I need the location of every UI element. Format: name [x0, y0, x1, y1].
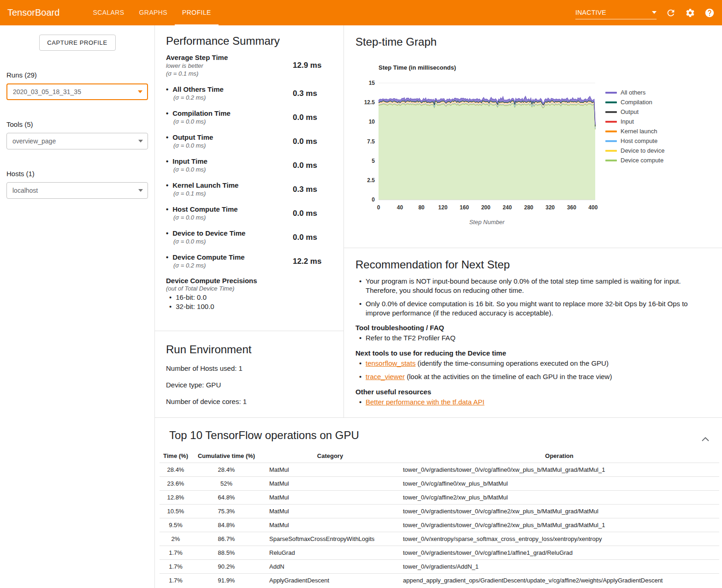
- metric-sigma: (σ = 0.0 ms): [166, 166, 293, 173]
- cell-operation: tower_0/v/gradients/tower_0/v/cg/affine2…: [399, 518, 719, 532]
- recommendation-bullet: Only 0.0% of device computation is 16 bi…: [366, 299, 702, 317]
- performance-summary-title: Performance Summary: [166, 35, 325, 48]
- table-row: 2% 86.7% SparseSoftmaxCrossEntropyWithLo…: [160, 532, 719, 546]
- app-title: TensorBoard: [7, 7, 59, 18]
- table-header-row: Time (%) Cumulative time (%) Category Op…: [160, 449, 719, 463]
- hosts-select[interactable]: localhost: [6, 182, 148, 199]
- tools-label: Tools (5): [6, 120, 148, 128]
- cell-time: 28.4%: [160, 463, 192, 477]
- svg-text:0: 0: [377, 204, 380, 211]
- tab-profile[interactable]: PROFILE: [175, 0, 219, 25]
- precisions-label: Device Compute Precisions: [166, 277, 325, 285]
- tensorflow-stats-link[interactable]: tensorflow_stats: [366, 359, 415, 367]
- tools-select[interactable]: overview_page: [6, 133, 148, 149]
- cell-cumulative: 52%: [192, 477, 261, 491]
- legend-label: Device to device: [621, 147, 664, 154]
- run-env-hosts: Number of Hosts used: 1: [166, 364, 332, 373]
- legend-swatch: [605, 140, 617, 142]
- cell-cumulative: 90.2%: [192, 560, 261, 574]
- legend-item-all-others: All others: [605, 88, 664, 97]
- metric-sigma: (σ = 0.0 ms): [166, 214, 293, 221]
- faq-heading: Tool troubleshooting / FAQ: [355, 324, 702, 332]
- precision-16bit: 16-bit: 0.0: [166, 293, 325, 302]
- svg-text:15: 15: [369, 80, 375, 86]
- svg-text:320: 320: [545, 204, 555, 211]
- metric-sigma: (σ = 0.2 ms): [166, 261, 293, 269]
- chevron-down-icon: [138, 140, 143, 143]
- tool-item: tensorflow_stats (identify the time-cons…: [366, 359, 702, 368]
- cell-time: 12.8%: [160, 491, 192, 505]
- metric-output-time: Output Time (σ = 0.0 ms) 0.0 ms: [166, 133, 325, 149]
- legend-swatch: [605, 121, 617, 123]
- precisions-note: (out of Total Device Time): [166, 285, 325, 293]
- metric-value: 0.0 ms: [293, 209, 325, 218]
- cell-operation: tower_0/v/gradients/tower_0/v/cg/affine1…: [399, 546, 719, 560]
- svg-text:12.5: 12.5: [364, 99, 375, 106]
- cell-time: 2%: [160, 532, 192, 546]
- precision-32bit: 32-bit: 100.0: [166, 302, 325, 311]
- top-ops-title: Top 10 TensorFlow operations on GPU: [169, 429, 719, 442]
- cell-category: ReluGrad: [261, 546, 399, 560]
- refresh-icon[interactable]: [666, 8, 676, 18]
- tool-item-text: (identify the time-consuming operations …: [415, 359, 609, 367]
- cell-cumulative: 84.8%: [192, 518, 261, 532]
- cell-cumulative: 64.8%: [192, 491, 261, 505]
- runs-select[interactable]: 2020_03_05_18_31_35: [6, 83, 148, 100]
- metric-all-others-time: All Others Time (σ = 0.2 ms) 0.3 ms: [166, 85, 325, 101]
- svg-text:7.5: 7.5: [367, 138, 375, 145]
- help-icon[interactable]: [704, 8, 715, 18]
- tfdata-performance-link[interactable]: Better performance with the tf.data API: [366, 398, 485, 406]
- trace-viewer-link[interactable]: trace_viewer: [366, 373, 405, 380]
- cell-category: MatMul: [261, 505, 399, 518]
- cell-category: MatMul: [261, 463, 399, 477]
- metric-sigma: (σ = 0.0 ms): [166, 118, 293, 125]
- metric-input-time: Input Time (σ = 0.0 ms) 0.0 ms: [166, 157, 325, 173]
- svg-text:280: 280: [524, 204, 533, 211]
- settings-icon[interactable]: [685, 8, 695, 18]
- cell-category: MatMul: [261, 491, 399, 505]
- col-header-operation: Operation: [399, 449, 719, 463]
- cell-category: MatMul: [261, 477, 399, 491]
- tool-item-text: (look at the activities on the timeline …: [405, 373, 612, 380]
- svg-text:2.5: 2.5: [367, 177, 375, 184]
- metric-average-step-time: Average Step Time lower is better (σ = 0…: [166, 53, 325, 77]
- table-row: 1.7% 91.9% ApplyGradientDescent append_a…: [160, 574, 719, 588]
- legend-label: Compilation: [621, 99, 652, 106]
- resource-item: Better performance with the tf.data API: [366, 398, 702, 407]
- legend-swatch: [605, 101, 617, 103]
- status-select-value: INACTIVE: [575, 9, 606, 16]
- collapse-section-icon[interactable]: [702, 437, 709, 441]
- col-header-category: Category: [261, 449, 399, 463]
- cell-category: SparseSoftmaxCrossEntropyWithLogits: [261, 532, 399, 546]
- metric-note: lower is better: [166, 62, 293, 70]
- metric-sigma: (σ = 0.1 ms): [166, 190, 293, 197]
- cell-time: 1.7%: [160, 560, 192, 574]
- legend-item-compilation: Compilation: [605, 97, 664, 107]
- cell-time: 9.5%: [160, 518, 192, 532]
- top-ops-section: Top 10 TensorFlow operations on GPU Time…: [155, 417, 722, 588]
- next-tools-heading: Next tools to use for reducing the Devic…: [355, 349, 702, 357]
- chevron-down-icon: [652, 11, 657, 14]
- legend-label: Output: [621, 108, 639, 115]
- tools-select-value: overview_page: [12, 137, 56, 145]
- recommendation-bullets: Your program is NOT input-bound because …: [355, 277, 702, 317]
- hosts-select-value: localhost: [12, 187, 38, 194]
- run-status-select[interactable]: INACTIVE: [575, 6, 657, 19]
- table-row: 1.7% 90.2% AddN tower_0/v/gradients/AddN…: [160, 560, 719, 574]
- legend-item-input: Input: [605, 117, 664, 126]
- performance-summary-section: Performance Summary Average Step Time lo…: [155, 25, 343, 331]
- svg-text:200: 200: [481, 204, 491, 211]
- cell-cumulative: 88.5%: [192, 546, 261, 560]
- table-row: 1.7% 88.5% ReluGrad tower_0/v/gradients/…: [160, 546, 719, 560]
- cell-cumulative: 91.9%: [192, 574, 261, 588]
- cell-operation: tower_0/v/cg/affine2/xw_plus_b/MatMul: [399, 491, 719, 505]
- capture-profile-button[interactable]: CAPTURE PROFILE: [39, 35, 116, 51]
- cell-operation: tower_0/v/cg/affine0/xw_plus_b/MatMul: [399, 477, 719, 491]
- sidebar: CAPTURE PROFILE Runs (29) 2020_03_05_18_…: [0, 25, 154, 588]
- header-controls: INACTIVE: [575, 6, 722, 19]
- tab-scalars[interactable]: SCALARS: [85, 0, 131, 25]
- tab-graphs[interactable]: GRAPHS: [132, 0, 175, 25]
- legend-item-output: Output: [605, 107, 664, 117]
- cell-cumulative: 86.7%: [192, 532, 261, 546]
- legend-swatch: [605, 131, 617, 132]
